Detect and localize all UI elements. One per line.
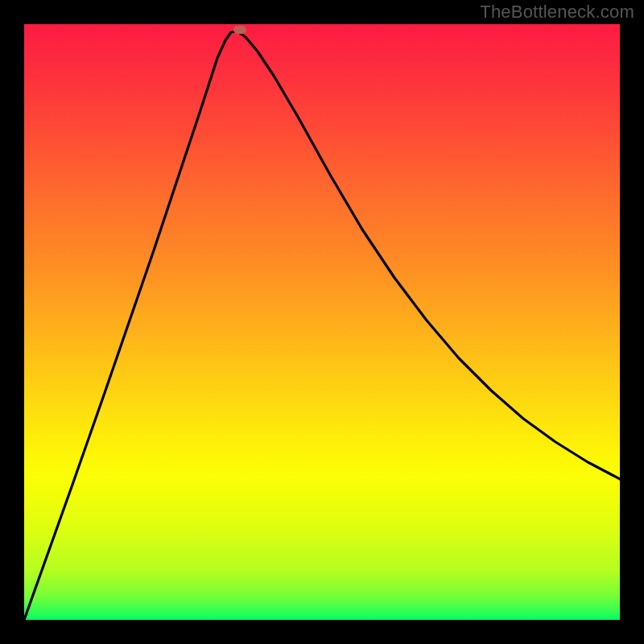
- chart-curve: [24, 24, 620, 620]
- chart-plot-area: [24, 24, 620, 620]
- chart-marker-dot: [233, 26, 246, 34]
- watermark-text: TheBottleneck.com: [480, 2, 634, 23]
